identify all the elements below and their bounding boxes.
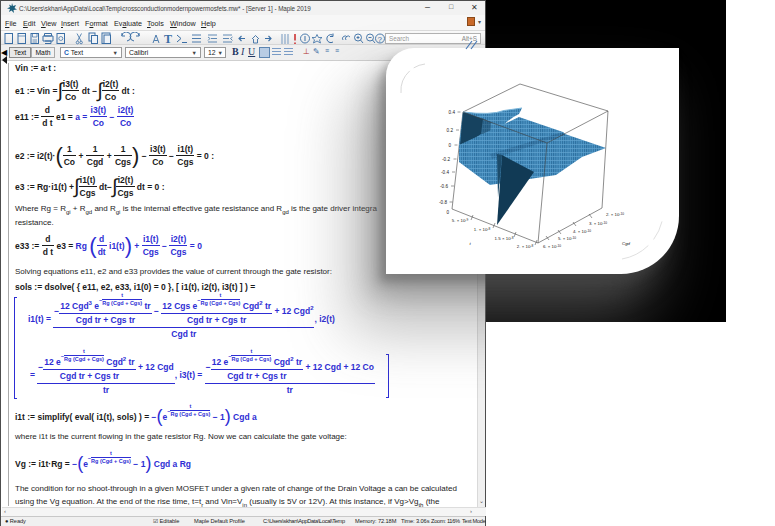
svg-text:-0.4: -0.4 bbox=[441, 170, 449, 175]
svg-text:1. × 10-8: 1. × 10-8 bbox=[474, 227, 491, 233]
svg-text:t: t bbox=[469, 241, 471, 246]
svg-text:0.4: 0.4 bbox=[449, 110, 456, 115]
svg-text:Cgd: Cgd bbox=[622, 241, 631, 246]
svg-text:-0.8: -0.8 bbox=[439, 200, 447, 205]
svg-text:5. × 10-10: 5. × 10-10 bbox=[558, 236, 576, 242]
svg-text:6. × 10-10: 6. × 10-10 bbox=[543, 244, 561, 250]
svg-text:2. × 10-10: 2. × 10-10 bbox=[606, 212, 624, 218]
svg-text:3. × 10-10: 3. × 10-10 bbox=[589, 221, 607, 227]
svg-text:4. × 10-10: 4. × 10-10 bbox=[573, 229, 591, 235]
svg-text:5. × 10-9: 5. × 10-9 bbox=[452, 218, 469, 224]
svg-text:?: ? bbox=[378, 35, 383, 44]
svg-text:-0.6: -0.6 bbox=[440, 184, 448, 189]
svg-text:T: T bbox=[164, 32, 172, 45]
svg-text:2. × 10-8: 2. × 10-8 bbox=[517, 244, 534, 250]
svg-text:0: 0 bbox=[448, 143, 451, 148]
svg-text:1.5 × 10-8: 1.5 × 10-8 bbox=[495, 236, 514, 242]
svg-text:0.2: 0.2 bbox=[447, 128, 454, 133]
svg-text:-0.2: -0.2 bbox=[442, 157, 450, 162]
svg-text:0: 0 bbox=[446, 210, 449, 215]
